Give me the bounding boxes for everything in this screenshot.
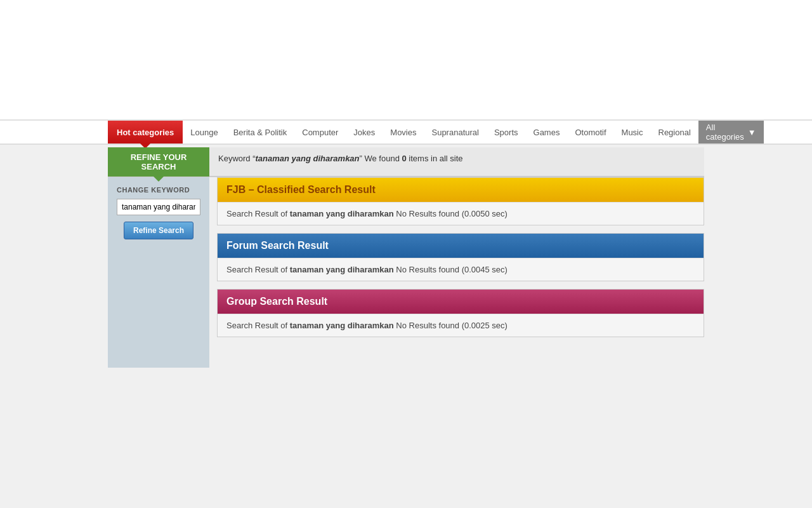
group-result-body: Search Result of tanaman yang diharamkan… bbox=[218, 314, 704, 337]
group-result-header: Group Search Result bbox=[218, 290, 704, 314]
nav-item-berita[interactable]: Berita & Politik bbox=[226, 121, 295, 144]
group-keyword: tanaman yang diharamkan bbox=[290, 321, 394, 330]
nav-item-lounge[interactable]: Lounge bbox=[183, 121, 225, 144]
nav-item-games[interactable]: Games bbox=[526, 121, 568, 144]
results-area: FJB – Classified Search Result Search Re… bbox=[209, 177, 704, 368]
change-keyword-label: CHANGE KEYWORD bbox=[117, 186, 200, 194]
forum-keyword: tanaman yang diharamkan bbox=[290, 265, 394, 274]
forum-result-section: Forum Search Result Search Result of tan… bbox=[217, 233, 704, 281]
nav-item-sports[interactable]: Sports bbox=[487, 121, 526, 144]
group-result-section: Group Search Result Search Result of tan… bbox=[217, 289, 704, 337]
nav-item-computer[interactable]: Computer bbox=[294, 121, 346, 144]
hot-categories-button[interactable]: Hot categories bbox=[108, 121, 183, 144]
chevron-down-icon: ▼ bbox=[748, 128, 756, 137]
all-categories-button[interactable]: All categories ▼ bbox=[698, 121, 764, 144]
nav-item-music[interactable]: Music bbox=[614, 121, 651, 144]
keyword-bar: Keyword “tanaman yang diharamkan” We fou… bbox=[209, 147, 704, 177]
forum-result-body: Search Result of tanaman yang diharamkan… bbox=[218, 258, 704, 281]
fjb-keyword: tanaman yang diharamkan bbox=[290, 209, 394, 218]
sidebar: CHANGE KEYWORD Refine Search bbox=[108, 177, 209, 368]
fjb-result-header: FJB – Classified Search Result bbox=[218, 178, 704, 202]
keyword-input[interactable] bbox=[117, 199, 200, 215]
forum-result-header: Forum Search Result bbox=[218, 234, 704, 258]
nav-item-regional[interactable]: Regional bbox=[651, 121, 698, 144]
nav-item-otomotif[interactable]: Otomotif bbox=[567, 121, 613, 144]
nav-item-jokes[interactable]: Jokes bbox=[346, 121, 383, 144]
refine-your-search-label: REFINE YOUR SEARCH bbox=[108, 147, 209, 177]
fjb-result-body: Search Result of tanaman yang diharamkan… bbox=[218, 202, 704, 225]
search-keyword: tanaman yang diharamkan bbox=[256, 154, 360, 163]
fjb-result-section: FJB – Classified Search Result Search Re… bbox=[217, 177, 704, 225]
refine-search-button[interactable]: Refine Search bbox=[124, 222, 193, 239]
result-count: 0 bbox=[402, 154, 407, 163]
nav-item-supranatural[interactable]: Supranatural bbox=[424, 121, 486, 144]
nav-item-movies[interactable]: Movies bbox=[383, 121, 424, 144]
